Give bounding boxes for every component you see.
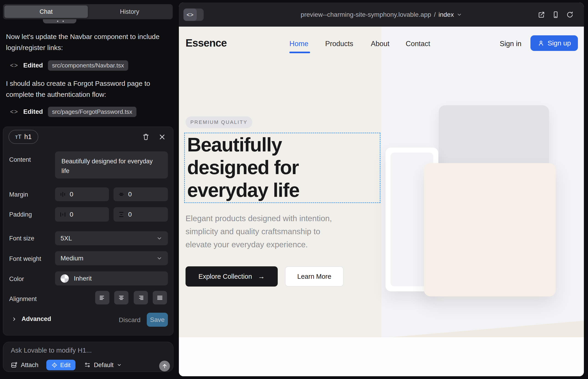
- prompt-box: Attach Edit Default: [3, 342, 173, 372]
- chat-message: Now let's update the Navbar component to…: [6, 31, 168, 53]
- nav-link-about[interactable]: About: [371, 40, 389, 48]
- hero-paragraph-line: simplicity and quality craftsmanship to: [186, 225, 332, 238]
- color-value: Inherit: [74, 275, 92, 282]
- mode-select[interactable]: Default: [84, 362, 122, 369]
- refresh-button[interactable]: [566, 11, 574, 19]
- file-chip-navbar[interactable]: src/components/Navbar.tsx: [48, 60, 128, 71]
- chevron-right-icon: [12, 316, 17, 322]
- content-label: Content: [9, 156, 31, 163]
- font-size-label: Font size: [9, 235, 34, 242]
- align-justify-button[interactable]: [153, 291, 167, 304]
- external-link-icon: [538, 11, 545, 18]
- font-size-value: 5XL: [61, 235, 72, 242]
- color-label: Color: [9, 276, 24, 283]
- send-button[interactable]: [159, 361, 170, 371]
- attach-button[interactable]: Attach: [11, 362, 39, 369]
- refresh-icon: [566, 11, 573, 18]
- chat-message: I should also create a Forgot Password p…: [6, 78, 168, 100]
- file-chip-forgot-password[interactable]: src/pages/ForgotPassword.tsx: [48, 107, 137, 117]
- hero-heading-line: everyday life: [187, 179, 299, 201]
- code-icon: <>: [10, 62, 18, 69]
- chevron-down-icon: [457, 12, 462, 17]
- advanced-label: Advanced: [22, 316, 51, 323]
- chevron-down-icon: [117, 363, 122, 367]
- edit-mode-button[interactable]: Edit: [46, 360, 76, 370]
- sliders-icon: [84, 362, 91, 368]
- tab-chat[interactable]: Chat: [4, 5, 88, 18]
- padding-y-input[interactable]: [128, 211, 151, 218]
- discard-button[interactable]: Discard: [119, 316, 140, 324]
- hero-paragraph: Elegant products designed with intention…: [186, 212, 332, 251]
- edited-file-row: <> Edited src/pages/ForgotPassword.tsx: [10, 107, 137, 117]
- chat-history-tabbar: Chat History: [3, 4, 173, 19]
- explore-collection-button[interactable]: Explore Collection →: [186, 266, 278, 286]
- align-justify-icon: [156, 294, 163, 301]
- premium-quality-badge: PREMIUM QUALITY: [186, 116, 252, 128]
- hero-paragraph-line: Elegant products designed with intention…: [186, 212, 332, 225]
- tab-history[interactable]: History: [88, 5, 171, 18]
- font-size-select[interactable]: 5XL: [55, 231, 168, 245]
- url-separator: /: [434, 11, 436, 18]
- sign-in-link[interactable]: Sign in: [500, 40, 522, 48]
- align-right-button[interactable]: [134, 291, 148, 304]
- nav-link-products[interactable]: Products: [325, 40, 353, 48]
- align-left-icon: [99, 294, 106, 301]
- trash-icon: [142, 133, 150, 141]
- h1-selection-outline[interactable]: Beautifully designed for everyday life: [184, 133, 380, 203]
- image-plus-icon: [11, 362, 18, 368]
- element-editor-panel: тT h1 Content Beautifully designed for e…: [3, 127, 173, 335]
- learn-more-button[interactable]: Learn More: [285, 266, 343, 286]
- padding-vertical-icon: [118, 211, 124, 218]
- margin-horizontal-icon: [60, 191, 66, 198]
- padding-x-input[interactable]: [70, 211, 93, 218]
- advanced-toggle[interactable]: Advanced: [12, 316, 51, 323]
- align-center-button[interactable]: [114, 291, 128, 304]
- attach-label: Attach: [21, 362, 39, 369]
- color-select[interactable]: Inherit: [55, 271, 168, 285]
- font-weight-select[interactable]: Medium: [55, 251, 168, 265]
- padding-y-field[interactable]: [113, 207, 168, 222]
- edited-file-row: <> Edited src/components/Navbar.tsx: [10, 60, 128, 71]
- align-right-icon: [137, 294, 144, 301]
- nav-link-home[interactable]: Home: [289, 40, 309, 48]
- user-icon: [538, 40, 544, 47]
- url-bar[interactable]: preview--charming-site-symphony.lovable.…: [179, 2, 584, 27]
- preview-toolbar: <> preview--charming-site-symphony.lovab…: [179, 2, 584, 27]
- padding-x-field[interactable]: [55, 207, 109, 222]
- sign-up-button[interactable]: Sign up: [530, 35, 578, 51]
- content-input[interactable]: Beautifully designed for everyday life: [55, 151, 168, 178]
- margin-y-field[interactable]: [113, 188, 168, 201]
- align-left-button[interactable]: [95, 291, 109, 304]
- url-page: index: [438, 11, 454, 18]
- nav-link-contact[interactable]: Contact: [406, 40, 430, 48]
- mode-value: Default: [94, 362, 113, 369]
- color-swatch-icon: [61, 274, 69, 283]
- hero-heading[interactable]: Beautifully designed for everyday life: [187, 133, 299, 201]
- arrow-up-icon: [162, 363, 168, 369]
- prompt-input[interactable]: [11, 345, 157, 355]
- prompt-toolbar: Attach Edit Default: [11, 360, 122, 371]
- save-button[interactable]: Save: [147, 313, 168, 327]
- edit-label: Edit: [60, 362, 71, 369]
- open-external-button[interactable]: [538, 11, 545, 19]
- arrow-right-icon: →: [258, 272, 265, 280]
- padding-horizontal-icon: [60, 211, 66, 218]
- margin-vertical-icon: [118, 191, 124, 198]
- font-weight-label: Font weight: [9, 255, 41, 262]
- nav-home-active-underline: [289, 52, 310, 53]
- hero-decoration-cream-card: [424, 163, 556, 296]
- chevron-down-icon: [156, 255, 162, 261]
- preview-actions: [538, 11, 574, 19]
- site-logo[interactable]: Essence: [186, 37, 227, 49]
- url-host: preview--charming-site-symphony.lovable.…: [301, 11, 431, 18]
- margin-x-input[interactable]: [70, 191, 93, 198]
- chevron-down-icon: [156, 235, 162, 241]
- code-icon: <>: [10, 108, 18, 115]
- margin-x-field[interactable]: [55, 188, 109, 201]
- hero-paragraph-line: elevate your everyday experience.: [186, 238, 332, 251]
- rendered-site: Essence Home Products About Contact Sign…: [179, 27, 584, 376]
- delete-element-button[interactable]: [141, 132, 150, 142]
- close-editor-button[interactable]: [157, 132, 167, 142]
- mobile-view-button[interactable]: [552, 11, 559, 19]
- margin-y-input[interactable]: [128, 191, 151, 198]
